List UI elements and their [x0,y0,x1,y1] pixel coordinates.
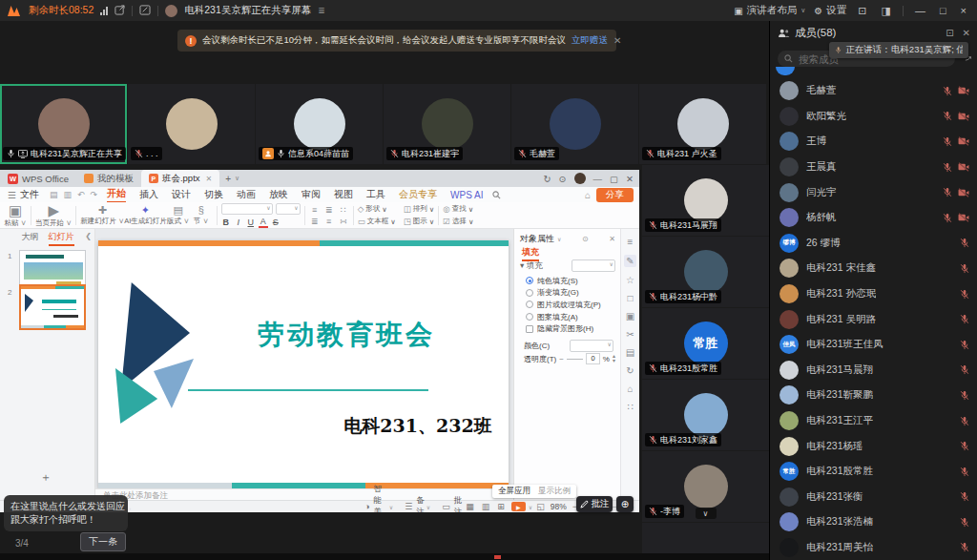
more-tools-icon[interactable]: ∷ [627,402,633,412]
minimize-button[interactable]: — [912,5,928,16]
redo-icon[interactable]: ↷ [91,190,98,199]
member-row[interactable]: 电科231周美怡 [770,535,977,560]
normal-view-icon[interactable]: ▦ [466,502,474,511]
member-row[interactable]: 佳凤 电科231班王佳凤 [770,332,977,358]
color-select[interactable] [570,340,613,352]
find-button[interactable]: ◎查找 ∨ [443,204,473,215]
font-size-select[interactable] [276,203,301,215]
indent-icon[interactable]: ∺ [338,217,349,226]
gift-pro-link[interactable]: 立即赠送 [572,34,608,47]
collapse-tiles-button[interactable]: ∨ [696,508,717,519]
share-options-icon[interactable]: ≣ [318,6,325,15]
font-color-button[interactable]: A [259,217,268,228]
new-tab-button[interactable]: + [225,174,231,184]
fill-option[interactable]: 隐藏背景图形(H) [526,322,617,335]
sync-icon[interactable]: ↻ [544,174,551,184]
fit-apply-chip[interactable]: 全屏应用 [498,486,530,497]
annotation-board-icon[interactable] [139,5,151,17]
member-row[interactable]: 电科231靳聚鹏 [770,383,977,408]
alpha-value[interactable]: 0 [586,353,600,364]
line-spacing-icon[interactable]: ≡ [323,217,335,226]
sidebar-toggle-icon[interactable]: ◨ [879,5,894,17]
comment-button[interactable]: ▭ 批注 [438,495,462,512]
file-menu[interactable]: ☰ 文件 [0,188,47,201]
member-row[interactable]: 常胜 电科231殷常胜 [770,459,977,485]
close-panel-icon[interactable]: ✕ [963,28,970,38]
member-row[interactable]: 缪博 26 缪博 [770,231,977,257]
panel-collapse-icon[interactable]: ❮ [85,232,92,240]
align-center-icon[interactable]: ≣ [323,205,335,215]
bold-button[interactable]: B [221,218,231,227]
slide-thumbnail-1[interactable] [19,250,86,288]
arrange-button[interactable]: ◫排列 ∨ [404,204,435,215]
account-avatar[interactable] [574,173,586,184]
video-tile[interactable]: . . . [128,84,255,164]
numbering-icon[interactable]: ≣ [309,217,321,226]
member-row[interactable]: 王晨真 [770,155,977,180]
popout-panel-icon[interactable]: ⊡ [946,28,953,38]
wps-minimize-button[interactable]: — [593,174,603,184]
alpha-slider[interactable] [567,359,583,360]
ribbon-tab[interactable]: 审阅 [301,188,321,201]
outline-tab[interactable]: 大纲 [22,231,39,246]
diagram-button[interactable]: ◳图示 ∨ [404,217,435,227]
ribbon-tab[interactable]: 切换 [204,188,223,201]
strikethrough-button[interactable]: S [271,218,281,227]
ribbon-tab[interactable]: 会员专享 [399,188,437,201]
notes-button[interactable]: ☰ 备注∨ [401,495,430,512]
beautify-button[interactable]: ◑ 智能美化∨ [361,484,393,512]
popout-icon[interactable] [114,5,125,17]
member-row[interactable]: 电科231 吴明路 [770,306,977,332]
italic-button[interactable]: I [234,218,243,227]
sorter-view-icon[interactable]: ▥ [482,502,490,511]
slide-canvas[interactable]: 劳动教育班会 电科231、232班 [95,229,513,488]
new-slide-button[interactable]: ✚ 新建幻灯片 ∨ [80,205,124,226]
slide-subtitle[interactable]: 电科231、232班 [337,414,499,439]
pin-icon[interactable]: ⊙ [582,235,589,243]
slide-thumbnail-2[interactable] [19,284,86,330]
ribbon-tab[interactable]: 插入 [139,188,158,201]
play-from-current-button[interactable]: ▶ 当页开始 ∨ [35,203,72,228]
banner-close-icon[interactable]: ✕ [613,35,621,46]
member-row[interactable]: 闫光宇 [770,179,977,205]
video-tile[interactable]: 电科231 卢火圣 [639,84,766,164]
annotate-button[interactable]: 批注 [576,496,613,512]
underline-button[interactable]: U [246,218,256,227]
layout-switch-button[interactable]: ▣ 演讲者布局 ∨ [734,4,805,17]
ribbon-tab[interactable]: 开始 [107,187,126,203]
video-tile[interactable]: 毛赫萱 [511,84,638,164]
ribbon-search-icon[interactable] [492,191,501,199]
align-left-icon[interactable]: ≡ [309,205,321,215]
print-icon[interactable]: ▥ [63,190,72,199]
maximize-button[interactable]: □ [937,5,949,16]
media-tool-icon[interactable]: ▣ [626,311,634,321]
current-slide[interactable]: 劳动教育班会 电科231、232班 [98,240,509,488]
properties-tool-icon[interactable]: ✎ [624,255,635,267]
fill-option[interactable]: 图案填充(A) [526,311,617,323]
video-tile[interactable]: 电科231刘家鑫 [642,380,769,450]
member-row[interactable]: 电科231张浩楠 [770,509,977,535]
shapes-tool-icon[interactable]: □ [627,293,633,303]
member-row[interactable]: 杨舒帆 [770,205,977,231]
ribbon-tab[interactable]: 动画 [237,188,256,201]
bullets-icon[interactable]: ∷ [338,205,349,215]
video-tile[interactable]: 电科231杨中黔 [642,237,769,307]
fill-option[interactable]: 图片或纹理填充(P) [526,299,617,311]
panel-close-icon[interactable]: ✕ [609,235,615,243]
star-tool-icon[interactable]: ☆ [626,275,634,285]
home-icon[interactable]: ⌂ [585,190,591,200]
shape-button[interactable]: ◇形状 ∨ [358,204,396,215]
reading-view-icon[interactable]: ⊞ [497,502,505,511]
fit-screen-icon[interactable]: ◱ [536,502,545,511]
magnifier-button[interactable]: ⊕ [616,496,634,512]
section-button[interactable]: § 节 ∨ [190,205,213,226]
member-row[interactable]: 电科231马晨翔 [770,358,977,384]
wps-maximize-button[interactable]: ▢ [610,174,618,184]
tab-close-icon[interactable]: ✕ [206,175,213,183]
font-family-select[interactable] [221,203,273,215]
member-row[interactable]: 电科231杨瑶 [770,433,977,459]
member-row[interactable]: 王博 [770,129,977,155]
wps-close-button[interactable]: ✕ [626,174,634,184]
tab-list-icon[interactable]: ∨ [235,175,239,182]
slide-title[interactable]: 劳动教育班会 [189,317,504,353]
